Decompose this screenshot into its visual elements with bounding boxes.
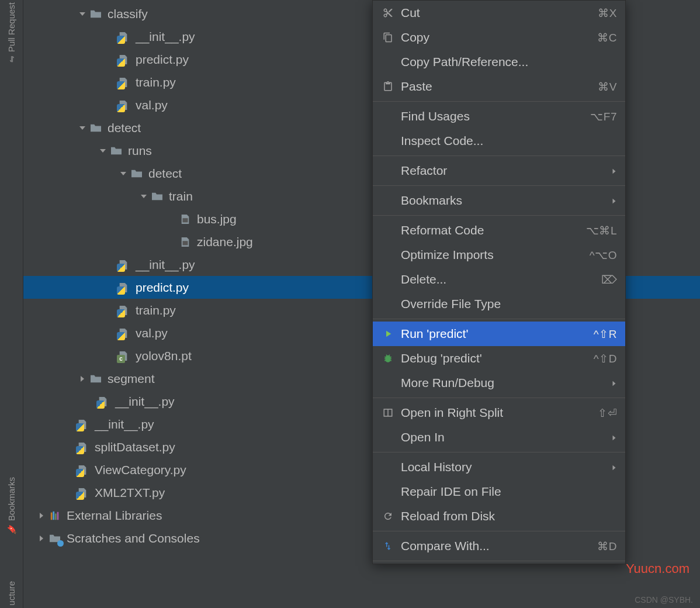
menu-separator xyxy=(373,452,625,452)
menu-find-usages[interactable]: Find Usages ⌥F7 xyxy=(373,104,625,129)
chevron-right-icon xyxy=(611,461,617,474)
menu-label: Bookmarks xyxy=(401,194,611,208)
menu-label: Copy xyxy=(401,30,597,44)
file-label: val.py xyxy=(136,326,168,340)
svg-rect-2 xyxy=(51,512,53,520)
menu-inspect-code[interactable]: Inspect Code... xyxy=(373,129,625,153)
menu-paste[interactable]: Paste ⌘V xyxy=(373,74,625,99)
python-file-icon xyxy=(76,464,90,476)
menu-label: Compare With... xyxy=(401,539,597,553)
chevron-right-icon[interactable] xyxy=(35,535,48,542)
menu-override-file-type[interactable]: Override File Type xyxy=(373,292,625,316)
folder-icon xyxy=(89,122,103,134)
menu-label: Run 'predict' xyxy=(401,327,594,341)
file-label: XML2TXT.py xyxy=(95,486,165,500)
menu-label: Optimize Imports xyxy=(401,248,590,262)
menu-shortcut: ⌘V xyxy=(598,80,617,94)
menu-compare-with[interactable]: Compare With... ⌘D xyxy=(373,534,625,558)
menu-reformat-code[interactable]: Reformat Code ⌥⌘L xyxy=(373,218,625,243)
menu-label: Reformat Code xyxy=(401,223,586,237)
delete-key-icon: ⌦ xyxy=(601,273,618,286)
file-label: yolov8n.pt xyxy=(136,349,192,363)
pull-request-icon: ⇋ xyxy=(7,56,16,63)
menu-separator xyxy=(373,561,625,561)
menu-shortcut: ⌘D xyxy=(597,540,617,553)
chevron-down-icon[interactable] xyxy=(76,125,89,132)
menu-local-history[interactable]: Local History xyxy=(373,455,625,479)
folder-icon xyxy=(89,372,103,385)
python-file-icon xyxy=(117,99,131,112)
rail-pull-requests[interactable]: ⇋ Pull Request xyxy=(6,2,16,63)
menu-label: Open In xyxy=(401,430,611,444)
pt-file-icon: c xyxy=(117,350,131,362)
menu-separator xyxy=(373,101,625,102)
chevron-right-icon[interactable] xyxy=(76,375,89,382)
menu-repair-ide[interactable]: Repair IDE on File xyxy=(373,479,625,504)
play-icon xyxy=(380,329,396,339)
menu-run-predict[interactable]: Run 'predict' ^⇧R xyxy=(373,322,625,346)
menu-cut[interactable]: Cut ⌘X xyxy=(373,1,625,25)
chevron-down-icon[interactable] xyxy=(117,170,130,177)
chevron-down-icon[interactable] xyxy=(96,147,109,154)
python-file-icon xyxy=(117,327,131,340)
file-label: predict.py xyxy=(136,281,189,295)
chevron-down-icon[interactable] xyxy=(76,11,89,18)
menu-bookmarks[interactable]: Bookmarks xyxy=(373,188,625,213)
rail-structure[interactable]: ucture xyxy=(6,581,16,606)
menu-label: Debug 'predict' xyxy=(401,351,594,365)
menu-refactor[interactable]: Refactor xyxy=(373,158,625,183)
menu-separator xyxy=(373,398,625,398)
chevron-right-icon xyxy=(611,431,617,444)
context-menu: Cut ⌘X Copy ⌘C Copy Path/Reference... Pa… xyxy=(372,0,626,564)
python-file-icon xyxy=(76,441,90,454)
tree-label: Scratches and Consoles xyxy=(67,531,200,545)
watermark: CSDN @SYBH. xyxy=(635,595,693,604)
chevron-right-icon xyxy=(611,164,617,177)
menu-label: Repair IDE on File xyxy=(401,485,617,499)
menu-open-in[interactable]: Open In xyxy=(373,425,625,450)
cut-icon xyxy=(380,8,396,18)
menu-label: Inspect Code... xyxy=(401,134,617,148)
menu-label: Override File Type xyxy=(401,297,617,311)
rail-label: ucture xyxy=(6,581,16,606)
bookmark-icon: 🔖 xyxy=(7,524,16,534)
svg-rect-0 xyxy=(183,218,188,222)
tree-label: External Libraries xyxy=(67,509,162,523)
menu-label: More Run/Debug xyxy=(401,376,611,390)
menu-label: Find Usages xyxy=(401,109,590,123)
menu-label: Paste xyxy=(401,80,598,94)
paste-icon xyxy=(380,81,396,92)
menu-shortcut: ^⌥O xyxy=(590,248,617,262)
python-file-icon xyxy=(117,30,131,43)
menu-shortcut: ^⇧D xyxy=(594,352,617,365)
folder-label: train xyxy=(169,189,193,203)
file-label: __init__.py xyxy=(95,417,154,431)
menu-copy-path[interactable]: Copy Path/Reference... xyxy=(373,50,625,74)
menu-reload-from-disk[interactable]: Reload from Disk xyxy=(373,504,625,528)
menu-open-right-split[interactable]: Open in Right Split ⇧⏎ xyxy=(373,400,625,425)
chevron-down-icon[interactable] xyxy=(137,193,150,200)
file-label: val.py xyxy=(136,98,168,112)
svg-rect-5 xyxy=(57,512,59,520)
menu-debug-predict[interactable]: Debug 'predict' ^⇧D xyxy=(373,346,625,371)
python-file-icon xyxy=(117,304,131,317)
folder-icon xyxy=(130,167,144,180)
image-file-icon xyxy=(178,236,192,248)
chevron-right-icon[interactable] xyxy=(35,512,48,519)
menu-copy[interactable]: Copy ⌘C xyxy=(373,25,625,50)
menu-optimize-imports[interactable]: Optimize Imports ^⌥O xyxy=(373,243,625,267)
file-label: __init__.py xyxy=(136,30,195,44)
folder-label: detect xyxy=(148,167,182,181)
folder-icon xyxy=(89,8,103,20)
menu-delete[interactable]: Delete... ⌦ xyxy=(373,267,625,292)
menu-more-run-debug[interactable]: More Run/Debug xyxy=(373,371,625,395)
file-label: predict.py xyxy=(136,53,189,67)
menu-separator xyxy=(373,156,625,156)
menu-label: Local History xyxy=(401,460,611,474)
folder-label: runs xyxy=(128,144,152,158)
menu-shortcut: ⇧⏎ xyxy=(598,406,617,420)
file-label: bus.jpg xyxy=(197,212,237,226)
left-tool-rail: ⇋ Pull Request 🔖 Bookmarks ucture xyxy=(0,0,23,608)
rail-bookmarks[interactable]: 🔖 Bookmarks xyxy=(6,477,16,534)
folder-label: detect xyxy=(108,121,141,135)
